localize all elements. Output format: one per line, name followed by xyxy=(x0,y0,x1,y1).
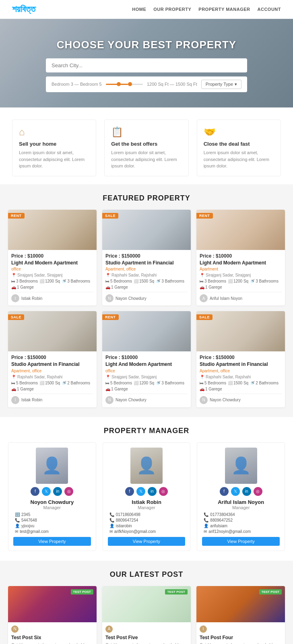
car-icon: 🚗 xyxy=(11,387,16,391)
property-image: RENT xyxy=(196,210,285,250)
nav-home[interactable]: HOME xyxy=(132,7,146,12)
property-price: Price : $10000 xyxy=(105,355,188,360)
feature-sell-desc: Lorem ipsum dolor sit amet, consectetur … xyxy=(19,149,89,169)
linkedin-icon[interactable]: in xyxy=(53,487,62,496)
property-type-button[interactable]: Property Type ▾ xyxy=(201,80,241,89)
property-badge: SALE xyxy=(196,314,213,320)
feature-sell: Sell your home Lorem ipsum dolor sit ame… xyxy=(12,120,96,176)
post-section-title: OUR LATEST POST xyxy=(8,570,285,579)
bedroom-stat: 🛏5 Bedrooms xyxy=(200,381,226,385)
id-icon: 🔢 xyxy=(15,512,20,517)
twitter-icon[interactable]: 𝕏 xyxy=(136,487,145,496)
property-name: Light And Modern Apartment xyxy=(11,260,93,266)
property-card-5[interactable]: SALE Price : $150000 Studio Apartment in… xyxy=(196,311,285,407)
post-excerpt: Quickly generate Lorem ipsum placeholder… xyxy=(105,642,188,644)
property-type-label: Property Type xyxy=(206,82,233,87)
property-location: 📍 Sirajganj Sadar, Sirajganj xyxy=(200,273,282,277)
nav-our-property[interactable]: OUR PROPERTY xyxy=(153,7,191,12)
bedroom-stat: 🛏5 Bedrooms xyxy=(11,381,38,385)
agent-avatar: I xyxy=(11,396,19,404)
car-icon: 🚗 xyxy=(11,285,16,289)
garage-stat: 🚗1 Garege xyxy=(11,285,34,289)
agent-name: Istiak Robin xyxy=(21,296,42,301)
bathroom-stat: 🚿3 Bathrooms xyxy=(156,381,184,385)
property-agent: I Istiak Robin xyxy=(11,394,93,404)
area-stat: ⬜1500 Sq xyxy=(228,381,248,385)
manager-card-0: 👤 f 𝕏 in ◎ Noyon Chowdury Manager 🔢2345 … xyxy=(8,442,96,551)
view-property-button[interactable]: View Property xyxy=(13,537,91,546)
property-card-3[interactable]: SALE Price : $150000 Studio Apartment in… xyxy=(8,311,97,407)
garage-stat: 🚗1 Garege xyxy=(200,285,222,289)
bedroom-range-dot-left[interactable] xyxy=(117,82,121,86)
property-card-2[interactable]: RENT Price : $10000 Light And Modern Apa… xyxy=(196,210,285,306)
property-card-1[interactable]: SALE Price : $150000 Studio Apartment in… xyxy=(102,210,191,306)
post-title: Test Post Six xyxy=(11,635,93,640)
manager-phone2: 📞8809647254 xyxy=(109,518,184,522)
property-name: Light And Modern Apartment xyxy=(105,361,188,368)
property-location: 📍 Sirajganj Sadar, Sirajganj xyxy=(11,273,93,277)
twitter-icon[interactable]: 𝕏 xyxy=(42,487,51,496)
facebook-icon[interactable]: f xyxy=(220,487,229,496)
property-name: Studio Apartment in Financial xyxy=(11,361,93,368)
property-agent: N Nayon Chowdury xyxy=(200,394,282,404)
linkedin-icon[interactable]: in xyxy=(148,487,157,496)
area-stat: ⬜1500 Sq xyxy=(39,381,60,385)
manager-photo: 👤 xyxy=(130,448,163,484)
agent-name: Nayon Chowdury xyxy=(116,296,146,301)
property-card-4[interactable]: RENT Price : $10000 Light And Modern Apa… xyxy=(102,311,191,407)
property-manager-section: PROPERTY MANAGER 👤 f 𝕏 in ◎ Noyon Chowdu… xyxy=(0,417,293,561)
property-stats: 🛏3 Bedrooms ⬜1200 Sq 🚿3 Bathrooms 🚗1 Gar… xyxy=(11,279,93,289)
property-badge: RENT xyxy=(8,213,25,219)
nav-account[interactable]: ACCOUNT xyxy=(258,7,281,12)
property-agent: N Nayon Chowdury xyxy=(105,292,188,302)
nav-property-manager[interactable]: PROPERTY MANAGER xyxy=(198,7,250,12)
property-image: SALE xyxy=(102,210,191,250)
property-price: Price : $150000 xyxy=(11,355,93,360)
property-info: Price : $150000 Studio Apartment in Fina… xyxy=(102,250,191,306)
bathroom-stat: 🚿2 Bathrooms xyxy=(250,381,279,385)
hero-section: CHOOSE YOUR BEST PROPERTY Bedroom 3 — Be… xyxy=(0,19,293,107)
manager-name: Noyon Chowdury xyxy=(13,499,91,505)
search-input[interactable] xyxy=(52,62,241,68)
instagram-icon[interactable]: ◎ xyxy=(254,487,262,496)
bathroom-stat: 🚿3 Bathrooms xyxy=(62,279,90,283)
manager-card-2: 👤 f 𝕏 in ◎ Ariful Islam Noyon Manager 📞0… xyxy=(197,442,285,551)
email-icon: ✉ xyxy=(109,529,113,534)
feature-offers: Get the best offers Lorem ipsum dolor si… xyxy=(104,120,188,176)
property-stats: 🛏5 Bedrooms ⬜1500 Sq 🚿2 Bathrooms 🚗1 Gar… xyxy=(200,381,282,391)
twitter-icon[interactable]: 𝕏 xyxy=(231,487,240,496)
person-silhouette: 👤 xyxy=(231,456,251,475)
view-property-button[interactable]: View Property xyxy=(108,537,186,546)
property-badge: SALE xyxy=(102,213,118,219)
location-icon: 📍 xyxy=(200,375,204,379)
property-card-0[interactable]: RENT Price : $10000 Light And Modern Apa… xyxy=(8,210,97,306)
instagram-icon[interactable]: ◎ xyxy=(64,487,73,496)
bedroom-range-track[interactable] xyxy=(106,84,143,85)
manager-id: 🔢2345 xyxy=(15,512,89,517)
person-silhouette: 👤 xyxy=(42,456,62,475)
post-grid: TEST POST N Test Post Six Quickly genera… xyxy=(8,586,285,644)
view-property-button[interactable]: View Property xyxy=(202,537,280,546)
manager-social: f 𝕏 in ◎ xyxy=(108,487,186,496)
post-title: Test Post Five xyxy=(105,635,188,640)
facebook-icon[interactable]: f xyxy=(31,487,39,496)
manager-contacts: 📞01773804364 📞8809647252 👤arifulsiam ✉ar… xyxy=(202,512,280,534)
facebook-icon[interactable]: f xyxy=(125,487,134,496)
manager-contacts: 📞01718606498 📞8809647254 👤istiarobin ✉ar… xyxy=(108,512,186,534)
user-icon: 👤 xyxy=(15,524,20,528)
header: শয়বিত্ত HOME OUR PROPERTY PROPERTY MANA… xyxy=(0,0,293,19)
manager-email: ✉arifkNoyon@gmail.com xyxy=(109,529,184,534)
property-tags: Apartment, office xyxy=(200,369,282,373)
logo: শয়বিত্ত xyxy=(12,4,35,14)
bed-icon: 🛏 xyxy=(11,279,15,283)
phone2-icon: 📞 xyxy=(109,518,114,522)
property-info: Price : $10000 Light And Modern Apartmen… xyxy=(102,351,191,407)
linkedin-icon[interactable]: in xyxy=(242,487,251,496)
property-badge: SALE xyxy=(8,314,24,320)
hero-title: CHOOSE YOUR BEST PROPERTY xyxy=(8,39,285,51)
property-info: Price : $10000 Light And Modern Apartmen… xyxy=(196,250,285,306)
instagram-icon[interactable]: ◎ xyxy=(159,487,168,496)
manager-role: Manager xyxy=(202,505,280,510)
handshake-icon xyxy=(204,126,274,138)
bedroom-range-dot-right[interactable] xyxy=(128,82,132,86)
